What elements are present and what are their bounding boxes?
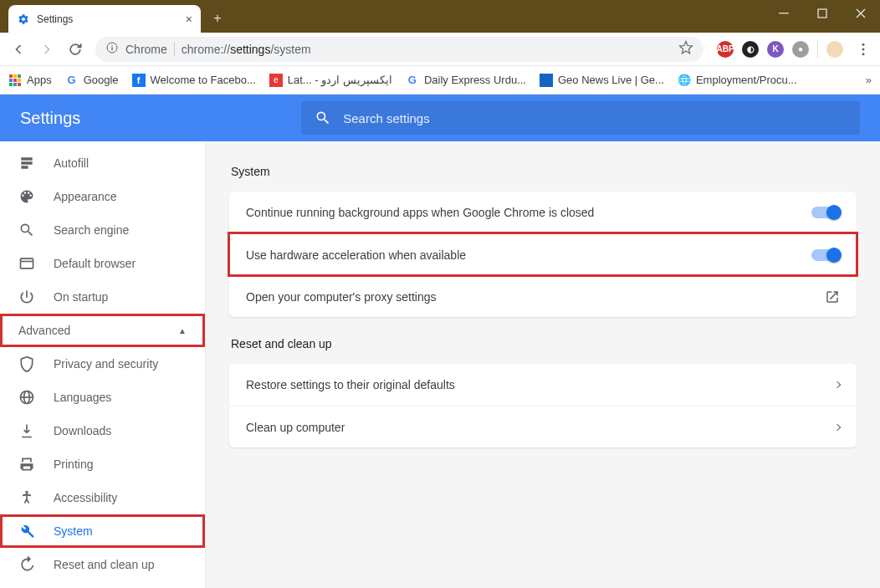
- row-label: Open your computer's proxy settings: [246, 290, 437, 304]
- sidebar-advanced-toggle[interactable]: Advanced ▲: [0, 314, 205, 347]
- globe-icon: 🌐: [678, 74, 691, 87]
- url-text: chrome://settings/system: [182, 43, 311, 56]
- sidebar-item-label: Accessibility: [54, 491, 117, 504]
- bookmark-label: Lat... - ایکسپریس اردو: [288, 74, 392, 86]
- globe-icon: [18, 389, 35, 406]
- extension-icon[interactable]: ●: [792, 41, 809, 58]
- cleanup-computer-row[interactable]: Clean up computer: [229, 406, 857, 447]
- search-icon: [315, 110, 331, 126]
- bookmark-label: Welcome to Facebo...: [151, 74, 256, 86]
- row-label: Use hardware acceleration when available: [246, 248, 466, 262]
- settings-title: Settings: [20, 109, 80, 128]
- window-close-button[interactable]: [842, 0, 880, 27]
- background-apps-toggle[interactable]: [811, 207, 840, 218]
- forward-button[interactable]: [35, 38, 59, 61]
- reload-button[interactable]: [64, 38, 87, 61]
- site-icon: e: [269, 74, 283, 87]
- site-info-icon[interactable]: [105, 41, 119, 58]
- bookmark-star-icon[interactable]: [678, 40, 693, 59]
- sidebar-item-reset[interactable]: Reset and clean up: [0, 548, 205, 581]
- sidebar-item-label: Appearance: [54, 190, 117, 203]
- accessibility-icon: [18, 489, 35, 506]
- svg-point-13: [25, 491, 28, 493]
- minimize-button[interactable]: [765, 0, 803, 27]
- sidebar-item-printing[interactable]: Printing: [0, 447, 205, 481]
- new-tab-button[interactable]: +: [206, 7, 229, 30]
- system-card: Continue running background apps when Go…: [229, 192, 857, 317]
- sidebar-item-search-engine[interactable]: Search engine: [0, 213, 205, 247]
- bookmark-label: Employment/Procu...: [696, 74, 797, 86]
- hardware-acceleration-toggle[interactable]: [811, 249, 840, 261]
- sidebar-item-accessibility[interactable]: Accessibility: [0, 481, 205, 514]
- svg-rect-4: [111, 47, 112, 50]
- sidebar-item-label: Autofill: [54, 156, 89, 170]
- chevron-up-icon: ▲: [178, 326, 187, 335]
- google-icon: G: [406, 74, 419, 87]
- sidebar-item-label: On startup: [54, 290, 108, 304]
- browser-icon: [18, 255, 35, 272]
- facebook-icon: f: [132, 74, 146, 87]
- sidebar-item-on-startup[interactable]: On startup: [0, 280, 205, 314]
- bookmark-express-urdu[interactable]: e Lat... - ایکسپریس اردو: [269, 74, 392, 87]
- settings-sidebar: Autofill Appearance Search engine Defaul…: [0, 141, 206, 588]
- bookmarks-overflow-button[interactable]: »: [866, 74, 872, 86]
- apps-button[interactable]: Apps: [8, 74, 52, 87]
- restore-defaults-row[interactable]: Restore settings to their original defau…: [229, 364, 857, 406]
- extension-abp-icon[interactable]: ABP: [717, 41, 734, 58]
- sidebar-item-appearance[interactable]: Appearance: [0, 180, 205, 213]
- address-bar[interactable]: Chrome chrome://settings/system: [95, 37, 703, 62]
- sidebar-item-downloads[interactable]: Downloads: [0, 414, 205, 447]
- extension-icon[interactable]: K: [767, 41, 784, 58]
- sidebar-item-languages[interactable]: Languages: [0, 381, 205, 414]
- proxy-settings-row[interactable]: Open your computer's proxy settings: [229, 275, 857, 317]
- power-icon: [18, 289, 35, 305]
- sidebar-item-label: Downloads: [54, 424, 111, 437]
- profile-avatar[interactable]: [826, 41, 843, 58]
- sidebar-item-system[interactable]: System: [0, 514, 205, 548]
- search-input[interactable]: [343, 111, 847, 125]
- bookmark-employment[interactable]: 🌐 Employment/Procu...: [678, 74, 797, 87]
- row-label: Clean up computer: [246, 421, 345, 434]
- section-title-system: System: [231, 165, 857, 178]
- browser-menu-button[interactable]: [853, 41, 873, 58]
- site-icon: [540, 74, 553, 87]
- background-apps-row: Continue running background apps when Go…: [229, 192, 857, 233]
- wrench-icon: [18, 523, 35, 539]
- bookmark-daily-express[interactable]: G Daily Express Urdu...: [406, 74, 526, 87]
- external-link-icon: [825, 289, 840, 304]
- back-button[interactable]: [7, 38, 30, 61]
- sidebar-item-autofill[interactable]: Autofill: [0, 146, 205, 180]
- sidebar-item-default-browser[interactable]: Default browser: [0, 247, 205, 280]
- close-icon[interactable]: ×: [186, 13, 192, 26]
- svg-rect-0: [779, 13, 789, 13]
- download-icon: [18, 422, 35, 439]
- advanced-label: Advanced: [18, 324, 70, 337]
- bookmark-facebook[interactable]: f Welcome to Facebo...: [132, 74, 256, 87]
- bookmark-geo-news[interactable]: Geo News Live | Ge...: [540, 74, 664, 87]
- sidebar-item-label: System: [54, 524, 93, 538]
- svg-point-6: [862, 48, 865, 50]
- sidebar-item-label: Privacy and security: [54, 357, 158, 371]
- bookmark-label: Daily Express Urdu...: [424, 74, 526, 86]
- search-settings-box[interactable]: [301, 101, 860, 135]
- url-scheme-label: Chrome: [125, 43, 175, 56]
- sidebar-item-label: Search engine: [54, 223, 129, 237]
- settings-content: Autofill Appearance Search engine Defaul…: [0, 141, 880, 588]
- extension-icons: ABP ◐ K ●: [712, 41, 848, 58]
- row-label: Continue running background apps when Go…: [246, 206, 594, 219]
- browser-tab-settings[interactable]: Settings ×: [8, 5, 201, 33]
- hardware-acceleration-row: Use hardware acceleration when available: [229, 233, 857, 275]
- bookmark-google[interactable]: G Google: [65, 74, 119, 87]
- window-controls: [765, 0, 880, 27]
- browser-toolbar: Chrome chrome://settings/system ABP ◐ K …: [0, 33, 880, 66]
- tab-strip: Settings × +: [0, 0, 229, 33]
- autofill-icon: [18, 155, 35, 171]
- sidebar-item-privacy[interactable]: Privacy and security: [0, 347, 205, 381]
- bookmarks-bar: Apps G Google f Welcome to Facebo... e L…: [0, 66, 880, 95]
- svg-point-7: [862, 53, 865, 55]
- extension-icon[interactable]: ◐: [742, 41, 759, 58]
- settings-main: System Continue running background apps …: [206, 141, 880, 588]
- chevron-right-icon: [834, 381, 841, 388]
- maximize-button[interactable]: [803, 0, 842, 27]
- sidebar-item-label: Printing: [54, 458, 93, 471]
